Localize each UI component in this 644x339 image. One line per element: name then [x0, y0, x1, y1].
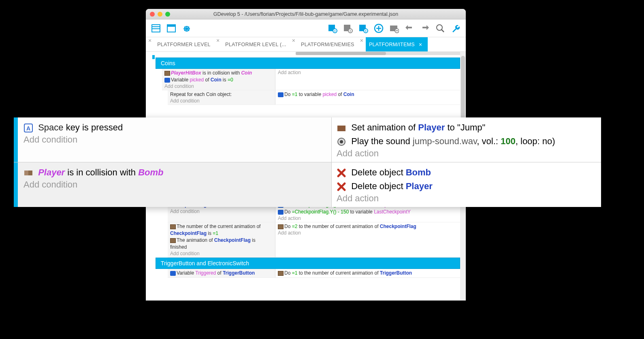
event-row[interactable]: Repeat for each Coin object: Add conditi…: [168, 90, 460, 105]
add-action-link[interactable]: Add action: [278, 70, 458, 75]
delete-icon: [337, 182, 346, 192]
titlebar: GDevelop 5 - /Users/florian/Projects/F/l…: [146, 9, 466, 19]
redo-icon[interactable]: [419, 22, 431, 34]
add-condition-link[interactable]: Add condition: [23, 179, 326, 190]
panel-icon[interactable]: [150, 22, 162, 34]
search-icon[interactable]: [434, 22, 446, 34]
svg-text:+: +: [334, 29, 336, 33]
object-icon: [278, 271, 284, 276]
event-row[interactable]: Variable Triggered of TriggerButton Do =…: [168, 269, 460, 278]
svg-text:A: A: [26, 125, 30, 132]
add-condition-link[interactable]: Add condition: [170, 98, 273, 104]
add-event-icon[interactable]: +: [357, 22, 369, 34]
tab-close-icon[interactable]: ×: [292, 37, 295, 51]
svg-rect-33: [28, 171, 32, 175]
wrench-icon[interactable]: [450, 22, 462, 34]
add-action-link[interactable]: Add action: [337, 148, 596, 159]
group-coins[interactable]: Coins: [156, 58, 460, 69]
horizontal-scrollbar[interactable]: [296, 52, 460, 55]
add-condition-link[interactable]: Add condition: [164, 83, 273, 89]
svg-point-31: [340, 140, 343, 143]
tab-platformer-level-2[interactable]: PLATFORMER LEVEL (...: [222, 37, 290, 51]
minimize-icon[interactable]: [158, 12, 162, 17]
add-action-link[interactable]: Add action: [337, 193, 596, 204]
tab-close-icon[interactable]: ×: [419, 41, 422, 48]
add-condition-link[interactable]: Add condition: [170, 209, 273, 214]
add-condition-link[interactable]: Add condition: [23, 134, 326, 145]
variable-icon: [164, 78, 170, 83]
object-icon: [164, 71, 170, 76]
add-condition-link[interactable]: Add condition: [170, 251, 273, 256]
add-action-link[interactable]: Add action: [278, 230, 458, 236]
maximize-icon[interactable]: [165, 12, 170, 17]
window-icon[interactable]: [165, 22, 177, 34]
plus-circle-icon[interactable]: [373, 22, 385, 34]
tab-close-icon[interactable]: ×: [360, 37, 363, 51]
svg-rect-4: [167, 25, 175, 27]
group-trigger[interactable]: TriggerButton and ElectronicSwitch: [156, 258, 460, 269]
svg-rect-29: [337, 126, 345, 131]
svg-rect-32: [24, 171, 28, 175]
svg-point-25: [437, 25, 442, 30]
sound-icon: [337, 137, 346, 147]
undo-icon[interactable]: [403, 22, 416, 34]
tab-bar: × PLATFORMER LEVEL × PLATFORMER LEVEL (.…: [146, 37, 466, 52]
key-icon: A: [23, 123, 33, 133]
event-overlay: A Space key is pressed Add condition Set…: [14, 117, 601, 207]
window-title: GDevelop 5 - /Users/florian/Projects/F/l…: [146, 11, 466, 17]
tab-platform-enemies[interactable]: PLATFORM/ENEMIES: [298, 37, 358, 51]
bug-icon[interactable]: [181, 22, 193, 34]
svg-line-26: [441, 30, 444, 32]
event-row[interactable]: The number of the current animation of C…: [168, 222, 460, 258]
animation-icon: [337, 123, 346, 133]
svg-text:+: +: [349, 29, 352, 33]
add-action-link[interactable]: Add action: [278, 215, 458, 221]
tab-close-icon[interactable]: ×: [216, 37, 220, 51]
close-icon[interactable]: [150, 12, 155, 17]
event-row[interactable]: Player is in collision with Bomb Add con…: [14, 162, 601, 207]
event-row[interactable]: PlayerHitBox is in collision with Coin V…: [162, 69, 460, 90]
variable-icon: [278, 210, 284, 215]
object-icon: [170, 238, 176, 243]
tab-close-icon[interactable]: ×: [148, 37, 151, 51]
object-icon: [170, 224, 176, 229]
toolbar: + + +: [146, 19, 466, 37]
variable-icon: [278, 92, 284, 97]
event-row[interactable]: A Space key is pressed Add condition Set…: [14, 117, 601, 162]
remove-icon[interactable]: [388, 22, 400, 34]
object-icon: [278, 224, 284, 229]
svg-text:+: +: [365, 29, 367, 33]
add-object-icon[interactable]: +: [342, 22, 354, 34]
delete-icon: [337, 168, 346, 178]
tab-platformer-level[interactable]: PLATFORMER LEVEL: [154, 37, 214, 51]
add-panel-icon[interactable]: +: [326, 22, 339, 34]
tab-platform-items[interactable]: PLATFORM/ITEMS×: [366, 37, 428, 51]
variable-icon: [170, 271, 176, 276]
collision-icon: [23, 168, 33, 178]
